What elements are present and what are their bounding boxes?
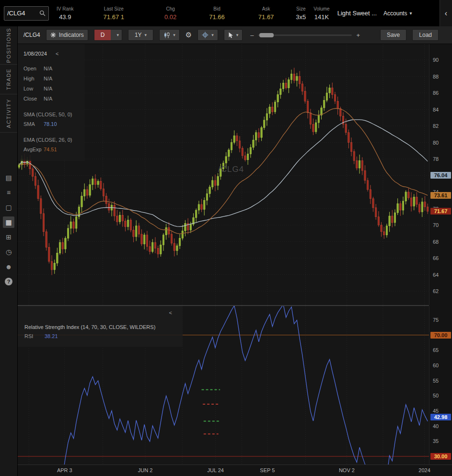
rsi-tick: 45 xyxy=(433,408,439,414)
rsi-study-title[interactable]: Relative Strength Index (14, 70, 30, CLO… xyxy=(24,324,176,330)
chart-symbol-label: /CLG4 xyxy=(23,32,40,38)
sidebar-tab-label: POSITIONS xyxy=(6,28,12,63)
quote-field-iv-rank: IV Rank43.9 xyxy=(57,6,74,21)
quote-field-label: Volume xyxy=(313,6,329,11)
price-tick: 78 xyxy=(433,156,439,162)
help-glyph: ? xyxy=(5,278,12,285)
apps-grid-icon[interactable]: ⊞ xyxy=(3,231,14,243)
time-label: JUL 24 xyxy=(207,467,223,473)
sidebar-tab-positions[interactable]: POSITIONS xyxy=(0,26,17,65)
price-tick: 82 xyxy=(433,123,439,129)
chart-data-panel: 1/08/2024 < OpenN/A HighN/A LowN/A Close… xyxy=(18,44,85,161)
ema-price-badge: 73.61 xyxy=(430,192,451,199)
community-icon[interactable]: ☻ xyxy=(3,261,14,272)
quote-field-value: 71.67 xyxy=(258,13,274,21)
sma-value: 78.10 xyxy=(44,121,57,127)
quote-field-label: Chg xyxy=(166,6,174,11)
quotes-icon[interactable]: ▤ xyxy=(3,172,14,183)
sidebar-tab-activity[interactable]: ACTIVITY xyxy=(0,94,17,133)
chart-toolbar: /CLG4 Indicators D ▾ 1Y ▾ ▾ ⚙ ▾ ▾ – xyxy=(18,26,452,44)
left-sidebar: POSITIONSTRADEACTIVITY ▤≡▢▦⊞◷☻? xyxy=(0,26,18,476)
quote-field-label: Ask xyxy=(262,6,270,11)
main-chart-panel[interactable]: /CLG4 1/08/2024 < OpenN/A HighN/A LowN/A… xyxy=(18,44,429,305)
open-value: N/A xyxy=(44,66,52,71)
rsi-overbought-badge: 70.00 xyxy=(430,332,451,339)
rsi-tick: 65 xyxy=(433,347,439,353)
cursor-icon xyxy=(228,32,233,38)
sidebar-tab-label: ACTIVITY xyxy=(6,99,12,128)
search-icon[interactable] xyxy=(39,10,46,16)
ema-study-title[interactable]: EMA (CLOSE, 26, 0) xyxy=(23,136,79,144)
time-axis[interactable]: APR 3JUN 2JUL 24SEP 5NOV 22024 xyxy=(18,465,452,476)
low-label: Low xyxy=(23,86,44,91)
range-value: 1Y xyxy=(135,32,142,38)
rsi-label: RSI xyxy=(24,333,45,339)
zoom-in-button[interactable]: + xyxy=(356,32,360,39)
quote-field-value: 71.67 1 xyxy=(104,13,124,21)
collapse-left-icon[interactable]: ‹ xyxy=(440,0,452,26)
quote-field-label: IV Rank xyxy=(57,6,74,11)
price-tick: 90 xyxy=(433,57,439,63)
accounts-label: Accounts xyxy=(383,10,407,17)
rsi-tick: 50 xyxy=(433,393,439,398)
rsi-axis[interactable]: 7570656055504540353070.0042.9830.00 xyxy=(429,306,452,465)
high-value: N/A xyxy=(44,76,52,81)
indicators-button[interactable]: Indicators xyxy=(46,29,88,41)
quote-field-value: 71.66 xyxy=(209,13,225,21)
save-button[interactable]: Save xyxy=(380,29,406,41)
zoom-slider-handle[interactable] xyxy=(259,33,274,37)
rsi-value: 38.21 xyxy=(45,333,58,339)
quote-field-label: Last Size xyxy=(104,6,124,11)
drawer-icon[interactable]: ▢ xyxy=(3,202,14,213)
quote-field-label: Size xyxy=(296,6,305,11)
time-label: NOV 2 xyxy=(339,467,355,473)
range-dropdown[interactable]: 1Y ▾ xyxy=(128,29,153,41)
rsi-tick: 55 xyxy=(433,378,439,384)
quote-field-value: 3x5 xyxy=(296,13,306,21)
symbol-search-box[interactable] xyxy=(4,6,49,21)
price-axis[interactable]: 90888684828078767472706866646276.0473.61… xyxy=(429,44,452,305)
chevron-down-icon: ▾ xyxy=(114,33,122,37)
accounts-menu[interactable]: Accounts ▾ xyxy=(383,10,412,17)
watchlist-icon[interactable]: ≡ xyxy=(3,187,14,198)
rsi-tick: 60 xyxy=(433,363,439,368)
time-label: JUN 2 xyxy=(138,467,153,473)
close-value: N/A xyxy=(44,96,52,102)
quote-field-ask: Ask71.67 xyxy=(258,6,274,21)
save-label: Save xyxy=(387,32,400,38)
symbol-input[interactable] xyxy=(7,10,37,17)
load-label: Load xyxy=(419,32,432,38)
rsi-panel[interactable]: < Relative Strength Index (14, 70, 30, C… xyxy=(18,306,429,465)
help-icon[interactable]: ? xyxy=(3,276,14,287)
zoom-out-button[interactable]: – xyxy=(250,32,254,39)
chevron-down-icon: ▾ xyxy=(409,11,412,16)
chevron-down-icon: ▾ xyxy=(173,33,175,37)
cursor-dropdown[interactable]: ▾ xyxy=(224,29,243,41)
open-label: Open xyxy=(23,66,44,71)
load-button[interactable]: Load xyxy=(412,29,439,41)
time-label: APR 3 xyxy=(57,467,72,473)
collapse-data-panel-button[interactable]: < xyxy=(56,51,58,57)
aggregation-dropdown[interactable]: D ▾ xyxy=(94,29,122,41)
history-icon[interactable]: ◷ xyxy=(3,246,14,258)
indicators-icon xyxy=(50,32,56,38)
quote-field-value: 43.9 xyxy=(59,13,71,21)
rsi-value-badge: 42.98 xyxy=(430,414,451,420)
price-tick: 68 xyxy=(433,239,439,245)
sma-price-badge: 76.04 xyxy=(430,172,451,179)
charts-icon[interactable]: ▦ xyxy=(3,216,14,228)
ema-value: 74.51 xyxy=(44,147,57,152)
trading-platform: IV Rank43.9Last Size71.67 1Chg0.02Bid71.… xyxy=(0,0,452,476)
sidebar-icons: ▤≡▢▦⊞◷☻? xyxy=(0,172,17,287)
zoom-slider-track[interactable] xyxy=(258,34,352,36)
sidebar-tab-trade[interactable]: TRADE xyxy=(0,65,17,94)
quote-field-size: Size3x5 xyxy=(296,6,306,21)
chart-style-icon xyxy=(163,32,170,38)
gear-icon[interactable]: ⚙ xyxy=(185,31,192,39)
price-tick: 84 xyxy=(433,107,439,113)
crosshair-dropdown[interactable]: ▾ xyxy=(197,29,218,41)
chart-style-dropdown[interactable]: ▾ xyxy=(159,29,180,41)
top-quote-bar: IV Rank43.9Last Size71.67 1Chg0.02Bid71.… xyxy=(0,0,452,26)
sma-study-title[interactable]: SMA (CLOSE, 50, 0) xyxy=(23,110,79,119)
collapse-rsi-panel-button[interactable]: < xyxy=(24,310,176,317)
